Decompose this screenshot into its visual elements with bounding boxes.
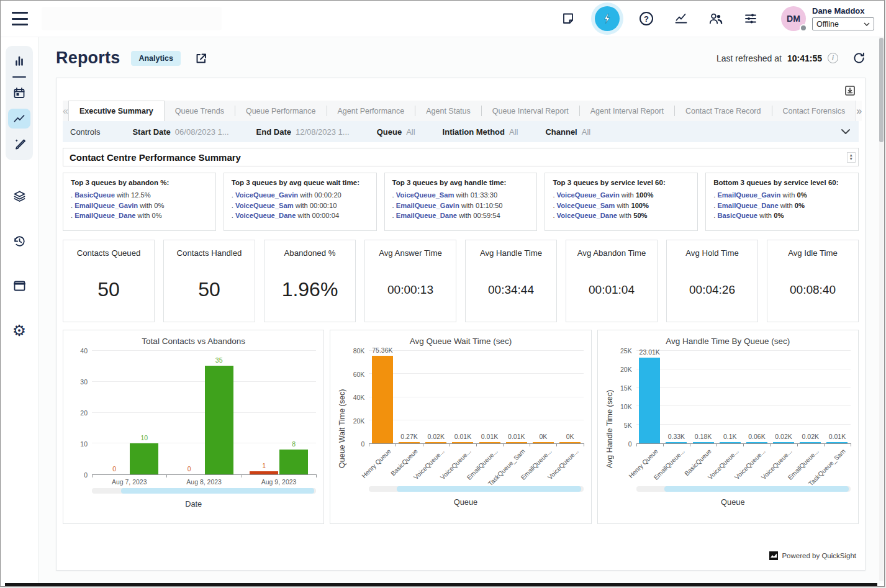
powered-by-text: Powered by QuickSight — [782, 552, 856, 559]
chart-scrollbar[interactable] — [369, 486, 583, 492]
axis-tick — [242, 474, 242, 477]
chart-scrollbar[interactable] — [92, 488, 316, 494]
y-tick-label: 30 — [80, 378, 88, 386]
topbar: ? DM Dane Maddox Offline — [1, 1, 884, 37]
queue-link[interactable]: EmailQueue_Dane — [717, 202, 778, 209]
tab-queue-interval-report[interactable]: Queue Interval Report — [482, 101, 579, 121]
analytics-chart-icon[interactable] — [673, 11, 689, 27]
controls-expand-icon[interactable] — [841, 129, 850, 135]
queue-link[interactable]: VoiceQueue_Dane — [557, 212, 617, 219]
queue-link[interactable]: VoiceQueue_Gavin — [557, 191, 620, 199]
filter-start-date[interactable]: Start Date06/08/2023 1... — [132, 127, 228, 137]
filter-intiation-method[interactable]: Intiation MethodAll — [443, 127, 518, 137]
bar: 0.02K — [425, 442, 446, 443]
status-select[interactable]: Offline — [812, 17, 874, 30]
y-tick-label: 10K — [620, 403, 632, 410]
y-tick-label: 20 — [80, 409, 88, 417]
tab-agent-status[interactable]: Agent Status — [415, 101, 481, 121]
sidebar-item-customize[interactable] — [8, 134, 30, 154]
note-icon[interactable] — [560, 11, 576, 27]
queue-link[interactable]: EmailQueue_Gavin — [717, 191, 780, 199]
chevron-down-icon — [864, 22, 870, 26]
refresh-button[interactable] — [852, 52, 866, 65]
plot-area: 01003518 — [92, 351, 316, 475]
bar: 35 — [205, 366, 233, 474]
tabs-scroll-right[interactable]: » — [856, 101, 862, 121]
filter-channel[interactable]: ChannelAll — [545, 127, 590, 137]
queue-link[interactable]: BasicQueue — [717, 212, 757, 219]
sidebar-divider — [12, 76, 26, 78]
queue-link[interactable]: BasicQueue — [75, 191, 115, 199]
sidebar-item-scheduled-reports[interactable] — [8, 83, 30, 103]
insight-value: 100% — [636, 191, 654, 199]
bar: 0.02K — [773, 442, 794, 443]
queue-link[interactable]: VoiceQueue_Sam — [557, 202, 615, 209]
sidebar-item-metrics[interactable] — [8, 51, 30, 71]
insight-value: 0% — [154, 202, 164, 209]
download-icon[interactable] — [844, 84, 856, 97]
tab-contact-trace-record[interactable]: Contact Trace Record — [675, 101, 772, 121]
queue-link[interactable]: VoiceQueue_Dane — [235, 212, 296, 219]
sliders-icon[interactable] — [743, 11, 759, 27]
open-external-icon[interactable] — [194, 52, 208, 65]
queue-link[interactable]: EmailQueue_Gavin — [75, 202, 138, 209]
queue-link[interactable]: EmailQueue_Dane — [75, 212, 135, 219]
bolt-button[interactable] — [595, 6, 620, 31]
y-axis-label: Queue Wait Time (sec) — [338, 351, 348, 507]
insight-item: . VoiceQueue_Gavin with 100% — [553, 190, 690, 201]
insight-value: 12.5% — [131, 191, 151, 199]
chart-card: Avg Handle Time By Queue (sec)Avg Handle… — [597, 330, 859, 524]
bar-group: 0.01K — [824, 351, 851, 443]
bar-group: 0.1K — [716, 351, 743, 443]
chart-scrollbar-thumb[interactable] — [121, 488, 314, 494]
help-icon[interactable]: ? — [638, 11, 654, 27]
tab-executive-summary[interactable]: Executive Summary — [68, 101, 165, 121]
scroll-spinner[interactable]: ▲▼ — [847, 152, 856, 163]
bar-value-label: 23.01K — [640, 348, 660, 356]
insight-item: . VoiceQueue_Dane with 00:00:04 — [232, 210, 369, 221]
insight-item: . BasicQueue with 0% — [713, 210, 851, 221]
queue-link[interactable]: EmailQueue_Dane — [396, 212, 457, 219]
bar-value-label: 10 — [140, 434, 148, 441]
menu-icon[interactable] — [12, 12, 28, 25]
tab-queue-trends[interactable]: Queue Trends — [165, 101, 235, 121]
tab-agent-performance[interactable]: Agent Performance — [327, 101, 415, 121]
insight-value: 0% — [795, 202, 805, 209]
kpi-card-abandoned-%: Abandoned %1.96% — [264, 240, 356, 322]
insight-card-title: Top 3 queues by abandon %: — [71, 179, 208, 186]
filter-end-date[interactable]: End Date12/08/2023 1... — [256, 127, 350, 137]
insight-card: Top 3 queues by avg queue wait time:. Vo… — [224, 173, 377, 231]
kpi-label: Avg Abandon Time — [577, 248, 646, 258]
sidebar-item-layers[interactable] — [8, 186, 30, 206]
sidebar-item-settings[interactable]: ⚙ — [8, 320, 30, 340]
avatar[interactable]: DM — [781, 6, 806, 31]
filter-queue[interactable]: QueueAll — [377, 127, 415, 137]
tab-agent-interval-report[interactable]: Agent Interval Report — [580, 101, 674, 121]
queue-link[interactable]: VoiceQueue_Gavin — [235, 191, 298, 199]
controls-row: Controls Start Date06/08/2023 1...End Da… — [63, 121, 859, 142]
kpi-value: 1.96% — [282, 278, 338, 301]
chart-scrollbar-thumb[interactable] — [397, 486, 581, 492]
page-scrollbar[interactable] — [879, 37, 884, 581]
people-icon[interactable] — [708, 11, 724, 27]
queue-link[interactable]: EmailQueue_Gavin — [396, 202, 459, 209]
chart-scrollbar[interactable] — [636, 486, 851, 492]
sidebar-item-history[interactable] — [8, 231, 30, 251]
y-tick-label: 60K — [353, 371, 365, 378]
axis-tick — [851, 443, 851, 446]
window-bottom-edge — [5, 583, 877, 586]
insight-item: . VoiceQueue_Sam with 00:00:10 — [232, 201, 369, 211]
tab-contact-forensics[interactable]: Contact Forensics — [772, 101, 856, 121]
queue-link[interactable]: VoiceQueue_Sam — [235, 202, 294, 209]
info-icon[interactable]: i — [828, 53, 838, 63]
chart-scrollbar-thumb[interactable] — [664, 486, 849, 492]
tabs-scroll-left[interactable]: « — [63, 101, 68, 121]
sidebar-item-reports[interactable] — [8, 109, 30, 129]
bar-value-label: 0.27K — [400, 433, 417, 440]
y-axis-ticks: 020K40K60K80K — [348, 351, 369, 444]
page-scrollbar-thumb[interactable] — [879, 38, 884, 142]
sidebar-item-windows[interactable] — [8, 276, 30, 296]
tab-queue-performance[interactable]: Queue Performance — [235, 101, 327, 121]
calendar-icon — [12, 86, 26, 100]
queue-link[interactable]: VoiceQueue_Sam — [396, 191, 454, 199]
